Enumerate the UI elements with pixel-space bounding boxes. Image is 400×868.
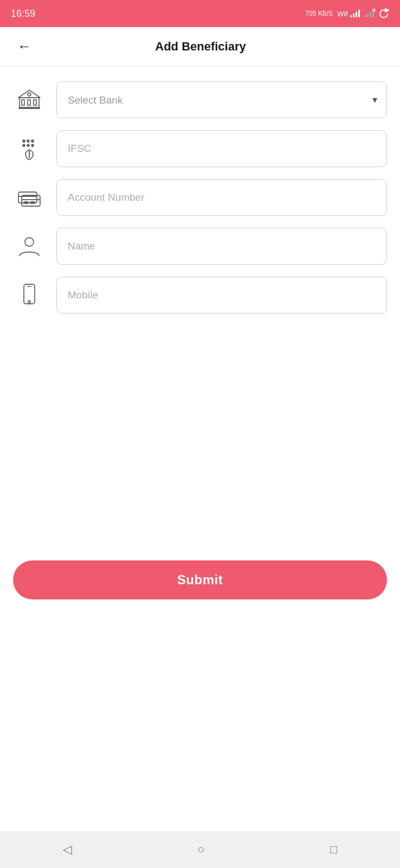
svg-rect-20 — [24, 202, 28, 203]
svg-point-13 — [23, 144, 25, 146]
svg-point-22 — [25, 238, 34, 246]
person-icon — [13, 230, 46, 263]
signal-bars-2: ✕ — [364, 10, 374, 17]
name-row — [13, 228, 387, 265]
svg-rect-8 — [18, 107, 40, 109]
svg-point-12 — [31, 140, 34, 142]
mobile-input[interactable] — [56, 277, 387, 314]
spacer — [0, 617, 400, 831]
svg-point-25 — [28, 301, 30, 303]
mobile-icon — [13, 279, 46, 311]
nav-home-button[interactable]: ○ — [184, 837, 217, 862]
status-time: 16:59 — [11, 8, 35, 20]
ifsc-input[interactable] — [56, 130, 387, 167]
svg-point-14 — [27, 144, 29, 146]
bank-select[interactable]: Select Bank — [56, 81, 387, 118]
bottom-nav: ◁ ○ □ — [0, 831, 400, 868]
page-title: Add Beneficiary — [36, 40, 365, 54]
svg-point-9 — [28, 93, 31, 96]
bank-row: Select Bank ▾ — [13, 81, 387, 118]
submit-button[interactable]: Submit — [13, 560, 387, 599]
account-number-row — [13, 179, 387, 216]
refresh-icon — [378, 8, 389, 19]
bank-select-wrap: Select Bank ▾ — [56, 81, 387, 118]
svg-rect-5 — [28, 100, 30, 105]
svg-rect-21 — [30, 202, 35, 203]
svg-rect-4 — [22, 100, 24, 105]
ifsc-icon — [13, 132, 46, 165]
status-icons: 705 KB/S WiFi2 ✕ — [305, 8, 389, 19]
svg-marker-1 — [385, 9, 389, 12]
svg-point-15 — [31, 144, 34, 146]
account-number-input[interactable] — [56, 179, 387, 216]
back-button[interactable]: ← — [13, 34, 36, 59]
signal-bars — [350, 10, 360, 17]
wifi-icon: WiFi2 — [337, 9, 348, 18]
form-content: Select Bank ▾ — [0, 66, 400, 555]
nav-recent-button[interactable]: □ — [317, 837, 350, 862]
svg-rect-16 — [18, 192, 37, 203]
status-bar: 16:59 705 KB/S WiFi2 ✕ — [0, 0, 400, 27]
bank-icon — [13, 84, 46, 116]
ifsc-row — [13, 130, 387, 167]
nav-back-button[interactable]: ◁ — [50, 837, 85, 862]
back-arrow-icon: ← — [17, 38, 31, 55]
name-input[interactable] — [56, 228, 387, 265]
svg-point-11 — [27, 140, 29, 142]
svg-point-10 — [23, 140, 25, 142]
mobile-row — [13, 277, 387, 314]
submit-wrap: Submit — [0, 555, 400, 617]
network-speed: 705 KB/S — [305, 10, 333, 17]
header: ← Add Beneficiary — [0, 27, 400, 66]
svg-rect-6 — [34, 100, 36, 105]
svg-text:WiFi2: WiFi2 — [337, 10, 348, 18]
account-icon — [13, 181, 46, 214]
